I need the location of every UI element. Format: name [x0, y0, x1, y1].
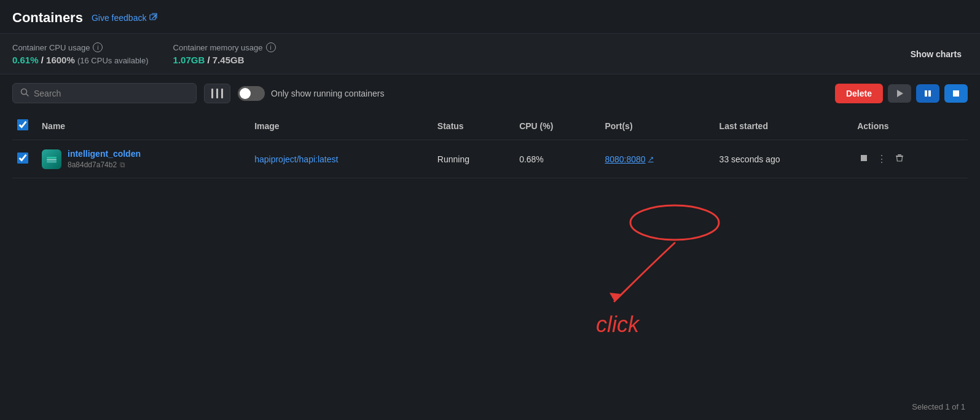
cpu-value: 0.68% [519, 154, 544, 164]
row-name-cell: intelligent_colden 8a84dd7a74b2 ⧉ [37, 140, 249, 178]
row-checkbox-cell [12, 140, 37, 178]
row-checkbox[interactable] [17, 153, 28, 164]
page-header: Containers Give feedback [0, 0, 980, 33]
feedback-label: Give feedback [92, 13, 147, 23]
cpu-label: Container CPU usage i [12, 42, 149, 52]
svg-marker-14 [610, 293, 621, 301]
svg-rect-7 [47, 157, 57, 159]
container-name-link[interactable]: intelligent_colden [68, 149, 141, 159]
delete-button[interactable]: Delete [835, 84, 883, 103]
toggle-switch[interactable] [238, 86, 265, 101]
memory-label: Container memory usage i [173, 42, 276, 52]
row-more-button[interactable]: ⋮ [874, 151, 889, 167]
stats-bar: Container CPU usage i 0.61% / 1600% (16 … [0, 33, 980, 74]
row-cpu-cell: 0.68% [514, 140, 600, 178]
image-link[interactable]: hapiproject/hapi:latest [254, 154, 338, 164]
show-charts-button[interactable]: Show charts [904, 46, 968, 63]
status-label: Running [437, 154, 469, 164]
select-all-column [12, 112, 37, 140]
svg-rect-12 [898, 154, 901, 156]
svg-point-13 [630, 205, 719, 240]
svg-rect-9 [47, 161, 57, 163]
actions-column-header: Actions [852, 112, 968, 140]
containers-table-container: Name Image Status CPU (%) Port(s) Last s… [0, 112, 980, 178]
container-icon [42, 149, 61, 169]
pause-button[interactable] [916, 84, 939, 103]
search-input[interactable] [34, 89, 189, 98]
container-id: 8a84dd7a74b2 ⧉ [68, 160, 141, 169]
footer: Selected 1 of 1 [912, 402, 965, 411]
svg-rect-6 [953, 90, 959, 97]
image-column-header: Image [249, 112, 433, 140]
last-started-column-header: Last started [715, 112, 853, 140]
ports-column-header: Port(s) [600, 112, 714, 140]
row-delete-button[interactable] [893, 151, 906, 167]
containers-table: Name Image Status CPU (%) Port(s) Last s… [12, 112, 968, 178]
external-link-icon: ↗ [648, 155, 654, 163]
search-icon [20, 88, 29, 98]
copy-icon[interactable]: ⧉ [120, 160, 125, 169]
row-status-cell: Running [433, 140, 514, 178]
row-last-started-cell: 33 seconds ago [715, 140, 853, 178]
memory-stat: Container memory usage i 1.07GB / 7.45GB [173, 42, 276, 65]
toggle-slider [238, 86, 265, 101]
svg-marker-3 [897, 90, 903, 97]
svg-rect-0 [150, 15, 155, 20]
status-column-header: Status [433, 112, 514, 140]
container-name-text: intelligent_colden 8a84dd7a74b2 ⧉ [68, 149, 141, 169]
last-started-value: 33 seconds ago [719, 154, 780, 164]
memory-value: 1.07GB / 7.45GB [173, 55, 276, 65]
search-box[interactable] [12, 83, 197, 103]
table-header-row: Name Image Status CPU (%) Port(s) Last s… [12, 112, 968, 140]
stop-button[interactable] [944, 84, 968, 103]
port-link[interactable]: 8080:8080 ↗ [605, 154, 709, 164]
svg-rect-4 [925, 90, 927, 97]
cpu-stat: Container CPU usage i 0.61% / 1600% (16 … [12, 42, 149, 65]
view-toggle-button[interactable] [204, 84, 230, 103]
cpu-column-header: CPU (%) [514, 112, 600, 140]
row-stop-button[interactable] [857, 151, 871, 167]
row-image-cell: hapiproject/hapi:latest [249, 140, 433, 178]
svg-text:click: click [596, 312, 640, 337]
name-column-header: Name [37, 112, 249, 140]
running-filter-toggle[interactable]: Only show running containers [238, 86, 384, 101]
toolbar: Only show running containers Delete [0, 74, 980, 112]
run-button[interactable] [888, 84, 911, 103]
feedback-icon [149, 13, 158, 23]
row-actions: ⋮ [857, 151, 963, 167]
cpu-value: 0.61% / 1600% (16 CPUs available) [12, 55, 149, 65]
page-title: Containers [12, 10, 83, 26]
container-name-cell: intelligent_colden 8a84dd7a74b2 ⧉ [42, 149, 245, 169]
svg-rect-8 [47, 159, 57, 160]
row-port-cell: 8080:8080 ↗ [600, 140, 714, 178]
svg-rect-10 [861, 155, 867, 161]
svg-line-2 [26, 94, 29, 97]
selected-label: Selected 1 of 1 [912, 402, 965, 411]
svg-rect-5 [928, 90, 931, 97]
action-buttons: Delete [835, 84, 968, 103]
cpu-info-icon[interactable]: i [93, 42, 103, 52]
row-actions-cell: ⋮ [852, 140, 968, 178]
memory-info-icon[interactable]: i [266, 42, 276, 52]
table-row: intelligent_colden 8a84dd7a74b2 ⧉ hapipr… [12, 140, 968, 178]
feedback-link[interactable]: Give feedback [92, 13, 159, 23]
running-filter-label: Only show running containers [271, 89, 384, 98]
select-all-checkbox[interactable] [17, 119, 28, 130]
